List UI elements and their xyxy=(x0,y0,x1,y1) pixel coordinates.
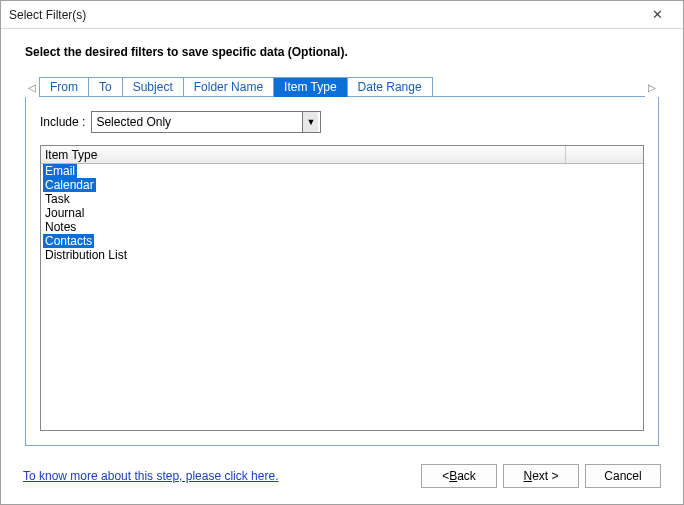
chevron-down-icon: ▼ xyxy=(302,112,318,132)
list-item[interactable]: Contacts xyxy=(41,234,643,248)
tab-fill xyxy=(433,77,645,97)
tab-panel-item-type: Include : Selected Only ▼ Item Type Emai… xyxy=(25,97,659,446)
item-type-list: Item Type EmailCalendarTaskJournalNotesC… xyxy=(40,145,644,431)
list-item[interactable]: Email xyxy=(41,164,643,178)
tab-date-range[interactable]: Date Range xyxy=(348,78,433,97)
tab-scroll-left-icon[interactable]: ◁ xyxy=(25,77,39,97)
include-row: Include : Selected Only ▼ xyxy=(40,111,644,133)
include-label: Include : xyxy=(40,115,85,129)
list-item-label: Task xyxy=(43,192,72,206)
list-item-label: Email xyxy=(43,164,77,178)
list-item[interactable]: Journal xyxy=(41,206,643,220)
list-item[interactable]: Distribution List xyxy=(41,248,643,262)
tabs: FromToSubjectFolder NameItem TypeDate Ra… xyxy=(39,77,433,97)
include-value: Selected Only xyxy=(94,115,302,129)
list-item-label: Calendar xyxy=(43,178,96,192)
back-button[interactable]: < Back xyxy=(421,464,497,488)
instruction-text: Select the desired filters to save speci… xyxy=(25,45,659,59)
list-item[interactable]: Task xyxy=(41,192,643,206)
tab-strip: ◁ FromToSubjectFolder NameItem TypeDate … xyxy=(25,77,659,97)
dialog-window: Select Filter(s) ✕ Select the desired fi… xyxy=(0,0,684,505)
window-title: Select Filter(s) xyxy=(9,8,86,22)
column-header-blank[interactable] xyxy=(566,146,643,163)
list-header: Item Type xyxy=(41,146,643,164)
list-item-label: Distribution List xyxy=(43,248,129,262)
cancel-button[interactable]: Cancel xyxy=(585,464,661,488)
list-item-label: Notes xyxy=(43,220,78,234)
tab-to[interactable]: To xyxy=(89,78,123,97)
column-header-item-type[interactable]: Item Type xyxy=(41,146,566,163)
tab-item-type[interactable]: Item Type xyxy=(274,78,347,97)
include-dropdown[interactable]: Selected Only ▼ xyxy=(91,111,321,133)
tab-folder-name[interactable]: Folder Name xyxy=(184,78,274,97)
dialog-body: Select the desired filters to save speci… xyxy=(1,29,683,454)
tab-scroll-right-icon[interactable]: ▷ xyxy=(645,77,659,97)
titlebar: Select Filter(s) ✕ xyxy=(1,1,683,29)
list-body[interactable]: EmailCalendarTaskJournalNotesContactsDis… xyxy=(41,164,643,430)
tab-subject[interactable]: Subject xyxy=(123,78,184,97)
list-item[interactable]: Notes xyxy=(41,220,643,234)
list-item-label: Contacts xyxy=(43,234,94,248)
help-link[interactable]: To know more about this step, please cli… xyxy=(23,469,278,483)
next-button[interactable]: Next > xyxy=(503,464,579,488)
list-item-label: Journal xyxy=(43,206,86,220)
footer: To know more about this step, please cli… xyxy=(1,454,683,504)
list-item[interactable]: Calendar xyxy=(41,178,643,192)
tab-from[interactable]: From xyxy=(40,78,89,97)
close-icon[interactable]: ✕ xyxy=(639,1,675,28)
